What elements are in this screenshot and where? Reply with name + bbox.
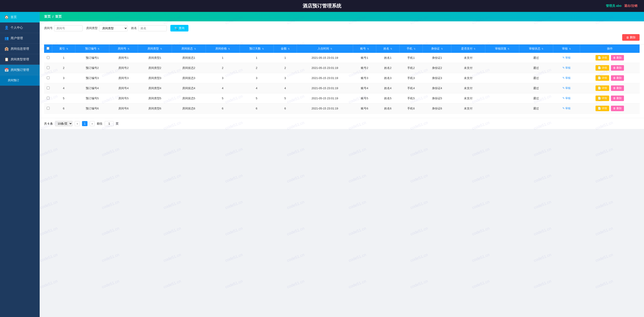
row-amount: 5 — [274, 93, 297, 103]
row-price: 1 — [206, 53, 240, 63]
name-input[interactable] — [138, 25, 167, 31]
row-checkin: 2021-05-15 23:01:19 — [297, 93, 353, 103]
row-audit-status: 通过 — [519, 103, 553, 114]
row-paid: 未支付 — [451, 83, 485, 93]
row-room-status: 房间状态5 — [172, 93, 206, 103]
row-delete-button[interactable]: 🗑 删除 — [611, 85, 624, 91]
breadcrumb-bar: 首页 / 首页 — [40, 12, 644, 21]
table-row: 6 预订编号6 房间号6 房间类型6 房间状态6 6 6 6 2021-05-1… — [44, 103, 640, 114]
sidebar-item-personal[interactable]: 👤 个人中心 — [0, 22, 40, 33]
row-audit-reply — [485, 63, 519, 73]
row-checkin: 2021-05-15 23:01:19 — [297, 53, 353, 63]
audit-button[interactable]: ✎ 审核 — [561, 85, 572, 91]
room-no-label: 房间号 — [44, 26, 53, 30]
sidebar-item-user-mgmt[interactable]: 👥 用户管理 — [0, 33, 40, 43]
sidebar-item-room-type[interactable]: 📋 房间类型管理 — [0, 54, 40, 65]
row-room-no: 房间号4 — [109, 83, 138, 93]
detail-button[interactable]: 📄 详情 — [596, 65, 609, 71]
goto-page-input[interactable] — [105, 121, 114, 126]
row-delete-button[interactable]: 🗑 删除 — [611, 55, 624, 60]
row-phone: 手机1 — [399, 53, 423, 63]
col-actions: 操作 — [580, 44, 640, 53]
detail-button[interactable]: 📄 详情 — [596, 95, 609, 101]
row-checkin: 2021-05-15 23:01:19 — [297, 83, 353, 93]
row-checkbox[interactable] — [47, 107, 50, 110]
row-checkbox[interactable] — [47, 56, 50, 59]
row-idcard: 身份证4 — [423, 83, 451, 93]
row-days: 3 — [240, 73, 274, 83]
sidebar-item-home[interactable]: 🏠 首页 — [0, 12, 40, 22]
per-page-select[interactable]: 10条/页 20条/页 — [55, 121, 72, 126]
detail-button[interactable]: 📄 详情 — [596, 85, 609, 91]
room-type-select[interactable]: 房间类型 — [99, 25, 128, 31]
row-checkbox[interactable] — [47, 66, 50, 69]
select-all-checkbox[interactable] — [46, 47, 49, 50]
row-price: 4 — [206, 83, 240, 93]
search-button[interactable]: 🔍 查询 — [170, 25, 188, 31]
col-audit-status: 审核状态 ⇅ — [519, 44, 553, 53]
audit-button[interactable]: ✎ 审核 — [561, 95, 572, 101]
row-idcard: 身份证3 — [423, 73, 451, 83]
batch-delete-button[interactable]: 🗑 删除 — [622, 34, 640, 41]
filter-room-no: 房间号 — [44, 25, 83, 31]
page-1-button[interactable]: 1 — [82, 121, 88, 126]
row-phone: 手机5 — [399, 93, 423, 103]
row-checkbox[interactable] — [47, 76, 50, 79]
col-audit-reply: 审核回复 ⇅ — [485, 44, 519, 53]
sidebar-personal-label: 个人中心 — [10, 26, 23, 30]
sidebar-sub-booking: 房间预订 — [0, 75, 40, 86]
row-delete-button[interactable]: 🗑 删除 — [611, 106, 624, 111]
row-room-status: 房间状态1 — [172, 53, 206, 63]
detail-button[interactable]: 📄 详情 — [596, 55, 609, 60]
audit-button[interactable]: ✎ 审核 — [561, 65, 572, 71]
col-phone: 手机 ⇅ — [399, 44, 423, 53]
row-name: 姓名2 — [376, 63, 400, 73]
table-row: 4 预订编号4 房间号4 房间类型4 房间状态4 4 4 4 2021-05-1… — [44, 83, 640, 93]
row-checkbox-cell — [44, 53, 52, 63]
row-checkbox-cell — [44, 63, 52, 73]
row-idcard: 身份证6 — [423, 103, 451, 114]
row-room-type: 房间类型3 — [138, 73, 172, 83]
row-amount: 6 — [274, 103, 297, 114]
col-idcard: 身份证 ⇅ — [423, 44, 451, 53]
detail-button[interactable]: 📄 详情 — [596, 75, 609, 81]
sidebar-item-room-info[interactable]: 🏨 房间信息管理 — [0, 43, 40, 54]
row-days: 5 — [240, 93, 274, 103]
row-delete-button[interactable]: 🗑 删除 — [611, 75, 624, 81]
row-delete-button[interactable]: 🗑 删除 — [611, 95, 624, 101]
row-delete-button[interactable]: 🗑 删除 — [611, 65, 624, 71]
row-room-no: 房间号6 — [109, 103, 138, 114]
table-row: 3 预订编号3 房间号3 房间类型3 房间状态3 3 3 3 2021-05-1… — [44, 73, 640, 83]
filter-area: 房间号 房间类型 房间类型 姓名 🔍 查询 — [40, 21, 644, 44]
audit-button[interactable]: ✎ 审核 — [561, 55, 572, 60]
pagination-bar: 共 6 条 10条/页 20条/页 ‹ 1 › 前往 页 — [40, 118, 644, 129]
sidebar-item-room-booking-list[interactable]: 房间预订 — [0, 75, 40, 86]
row-actions: 📄 详情 🗑 删除 — [580, 93, 640, 103]
row-audit-action: ✎ 审核 — [553, 93, 580, 103]
audit-button[interactable]: ✎ 审核 — [561, 75, 572, 81]
row-phone: 手机6 — [399, 103, 423, 114]
row-name: 姓名4 — [376, 83, 400, 93]
sidebar-item-room-booking[interactable]: 📅 房间预订管理 — [0, 65, 40, 75]
row-checkin: 2021-05-15 23:01:19 — [297, 73, 353, 83]
row-room-status: 房间状态6 — [172, 103, 206, 114]
detail-button[interactable]: 📄 详情 — [596, 106, 609, 111]
row-phone: 手机4 — [399, 83, 423, 93]
next-page-button[interactable]: › — [90, 121, 94, 126]
room-type-label: 房间类型 — [86, 26, 98, 30]
row-room-type: 房间类型5 — [138, 93, 172, 103]
row-amount: 1 — [274, 53, 297, 63]
row-checkbox[interactable] — [47, 86, 50, 89]
booking-table: 索引 ⇅ 预订编号 ⇅ 房间号 ⇅ 房间类型 ⇅ 房间状态 ⇅ 房间价格 ⇅ 预… — [44, 44, 640, 114]
row-name: 姓名6 — [376, 103, 400, 114]
logout-button[interactable]: 退出/注销 — [624, 4, 638, 8]
room-no-input[interactable] — [54, 25, 83, 31]
col-room-type: 房间类型 ⇅ — [138, 44, 172, 53]
row-room-status: 房间状态2 — [172, 63, 206, 73]
row-audit-reply — [485, 53, 519, 63]
audit-button[interactable]: ✎ 审核 — [561, 106, 572, 111]
row-checkbox[interactable] — [47, 97, 50, 99]
prev-page-button[interactable]: ‹ — [75, 121, 80, 126]
row-audit-status: 通过 — [519, 83, 553, 93]
row-amount: 2 — [274, 63, 297, 73]
